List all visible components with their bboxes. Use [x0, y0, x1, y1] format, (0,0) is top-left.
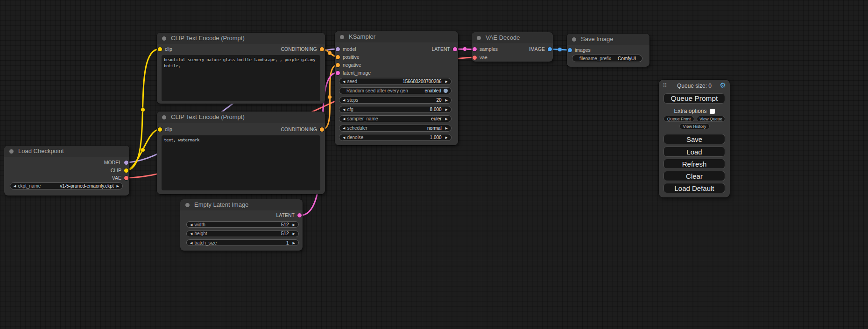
- stepper-right-icon[interactable]: ▶: [445, 108, 448, 111]
- node-title[interactable]: VAE Decode: [472, 32, 553, 43]
- sampler-name-widget[interactable]: ◀ sampler_name euler ▶: [339, 115, 452, 122]
- save-button[interactable]: Save: [663, 134, 725, 144]
- clip-input-dot[interactable]: [158, 47, 162, 51]
- node-title-label: VAE Decode: [486, 34, 520, 41]
- output-slot-latent: LATENT: [432, 46, 458, 52]
- node-title-label: Load Checkpoint: [18, 147, 64, 154]
- load-button[interactable]: Load: [663, 147, 725, 157]
- stepper-right-icon[interactable]: ▶: [445, 117, 448, 120]
- negative-input-dot[interactable]: [336, 63, 340, 67]
- height-widget[interactable]: ◀ height 512 ▶: [186, 231, 299, 237]
- stepper-right-icon[interactable]: ▶: [293, 241, 295, 245]
- filename-prefix-widget[interactable]: filename_prefix ComfyUI: [572, 55, 642, 62]
- clip-input-dot[interactable]: [158, 127, 162, 132]
- stepper-left-icon[interactable]: ◀: [190, 241, 192, 245]
- stepper-right-icon[interactable]: ▶: [293, 232, 295, 235]
- collapse-dot-icon[interactable]: [9, 149, 14, 154]
- model-input-dot[interactable]: [336, 47, 340, 51]
- collapse-dot-icon[interactable]: [185, 203, 190, 207]
- input-slot-model: model: [335, 46, 356, 52]
- node-title[interactable]: CLIP Text Encode (Prompt): [157, 112, 325, 123]
- collapse-dot-icon[interactable]: [477, 36, 481, 40]
- stepper-left-icon[interactable]: ◀: [343, 126, 345, 130]
- positive-input-dot[interactable]: [336, 55, 340, 59]
- stepper-left-icon[interactable]: ◀: [190, 223, 192, 226]
- collapse-dot-icon[interactable]: [162, 115, 166, 119]
- toggle-on-icon[interactable]: [444, 89, 448, 93]
- stepper-right-icon[interactable]: ▶: [445, 136, 448, 139]
- model-output-dot[interactable]: [124, 161, 128, 165]
- images-input-dot[interactable]: [568, 48, 572, 52]
- stepper-left-icon[interactable]: ◀: [14, 184, 16, 188]
- stepper-right-icon[interactable]: ▶: [445, 126, 448, 130]
- batch-size-widget[interactable]: ◀ batch_size 1 ▶: [186, 239, 299, 246]
- conditioning-output-dot[interactable]: [320, 47, 324, 51]
- latent-output-dot[interactable]: [297, 213, 302, 217]
- vae-output-dot[interactable]: [124, 176, 128, 180]
- node-title[interactable]: KSampler: [335, 31, 458, 42]
- stepper-right-icon[interactable]: ▶: [445, 98, 448, 102]
- vae-input-dot[interactable]: [473, 56, 477, 60]
- settings-gear-icon[interactable]: ⚙: [720, 82, 726, 89]
- collapse-dot-icon[interactable]: [340, 35, 344, 39]
- node-graph-canvas[interactable]: Load Checkpoint MODEL CLIP VAE ◀ ckpt_na…: [0, 0, 868, 329]
- node-clip-text-encode-negative[interactable]: CLIP Text Encode (Prompt) clip CONDITION…: [157, 112, 325, 194]
- output-slot-conditioning: CONDITIONING: [281, 46, 325, 52]
- latent-input-dot[interactable]: [336, 71, 340, 75]
- node-save-image[interactable]: Save Image images filename_prefix ComfyU…: [567, 34, 649, 67]
- stepper-left-icon[interactable]: ◀: [343, 80, 345, 83]
- node-title[interactable]: Empty Latent Image: [180, 199, 303, 210]
- node-ksampler[interactable]: KSampler model positive negative latent_…: [335, 31, 458, 145]
- collapse-dot-icon[interactable]: [572, 37, 576, 42]
- output-slot-latent: LATENT: [276, 212, 303, 218]
- wire-midpoint-dot: [328, 51, 332, 55]
- latent-output-dot[interactable]: [453, 47, 457, 51]
- stepper-left-icon[interactable]: ◀: [343, 136, 345, 139]
- clear-button[interactable]: Clear: [663, 171, 725, 181]
- refresh-button[interactable]: Refresh: [663, 159, 725, 169]
- stepper-right-icon[interactable]: ▶: [293, 223, 295, 226]
- steps-widget[interactable]: ◀ steps 20 ▶: [339, 97, 452, 104]
- queue-size-label: Queue size: 0: [659, 83, 730, 89]
- node-load-checkpoint[interactable]: Load Checkpoint MODEL CLIP VAE ◀ ckpt_na…: [4, 146, 129, 196]
- seed-widget[interactable]: ◀ seed 156680208700286 ▶: [339, 78, 452, 85]
- view-history-button[interactable]: View History: [679, 123, 710, 129]
- node-vae-decode[interactable]: VAE Decode samples vae IMAGE: [472, 32, 553, 62]
- node-title-label: KSampler: [349, 33, 375, 40]
- conditioning-output-dot[interactable]: [320, 127, 324, 132]
- ckpt-name-widget[interactable]: ◀ ckpt_name v1-5-pruned-emaonly.ckpt ▶: [10, 182, 123, 189]
- stepper-left-icon[interactable]: ◀: [343, 117, 345, 120]
- cfg-widget[interactable]: ◀ cfg 8.000 ▶: [339, 106, 452, 113]
- clip-output-dot[interactable]: [124, 168, 128, 173]
- stepper-left-icon[interactable]: ◀: [190, 232, 192, 235]
- queue-menu-panel[interactable]: ⠿ Queue size: 0 ⚙ Queue Prompt Extra opt…: [659, 80, 730, 197]
- wire-midpoint-dot: [141, 108, 145, 112]
- view-queue-button[interactable]: View Queue: [697, 116, 725, 122]
- input-slot-clip: clip: [157, 46, 172, 52]
- random-seed-toggle-widget[interactable]: Random seed after every gen enabled: [339, 87, 452, 94]
- extra-options-checkbox[interactable]: [710, 109, 715, 114]
- node-title[interactable]: Save Image: [567, 34, 649, 45]
- node-title[interactable]: Load Checkpoint: [4, 146, 129, 157]
- samples-input-dot[interactable]: [473, 47, 477, 51]
- node-empty-latent-image[interactable]: Empty Latent Image LATENT ◀ width 512 ▶ …: [180, 199, 303, 251]
- scheduler-widget[interactable]: ◀ scheduler normal ▶: [339, 125, 452, 132]
- stepper-right-icon[interactable]: ▶: [445, 80, 448, 83]
- collapse-dot-icon[interactable]: [162, 36, 166, 41]
- prompt-textarea[interactable]: beautiful scenery nature glass bottle la…: [162, 55, 320, 101]
- stepper-left-icon[interactable]: ◀: [343, 98, 345, 102]
- node-title[interactable]: CLIP Text Encode (Prompt): [157, 33, 325, 44]
- prompt-textarea[interactable]: text, watermark: [162, 135, 320, 190]
- queue-front-button[interactable]: Queue Front: [663, 116, 694, 122]
- wire-midpoint-dot: [463, 47, 467, 51]
- stepper-right-icon[interactable]: ▶: [117, 184, 119, 188]
- load-default-button[interactable]: Load Default: [663, 183, 725, 193]
- stepper-left-icon[interactable]: ◀: [343, 108, 345, 111]
- queue-prompt-button[interactable]: Queue Prompt: [663, 93, 725, 104]
- image-output-dot[interactable]: [548, 47, 552, 51]
- wire-midpoint-dot: [328, 95, 332, 99]
- width-widget[interactable]: ◀ width 512 ▶: [186, 221, 299, 228]
- denoise-widget[interactable]: ◀ denoise 1.000 ▶: [339, 134, 452, 141]
- node-title-label: Save Image: [581, 35, 613, 42]
- node-clip-text-encode-positive[interactable]: CLIP Text Encode (Prompt) clip CONDITION…: [157, 33, 325, 104]
